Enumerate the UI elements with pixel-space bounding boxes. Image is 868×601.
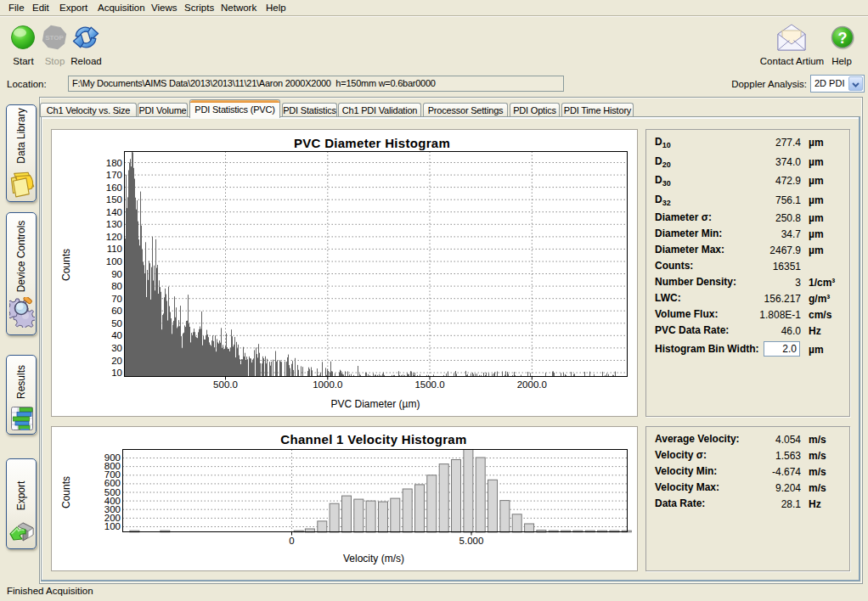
svg-text:60: 60 [111,306,122,316]
svg-text:90: 90 [111,269,122,279]
svg-text:80: 80 [111,281,122,291]
svg-text:0: 0 [289,536,294,546]
svg-text:40: 40 [111,330,122,340]
svg-text:110: 110 [107,244,122,254]
svg-text:Channel 1 Velocity Histogram: Channel 1 Velocity Histogram [280,432,466,447]
svg-text:?: ? [838,30,848,47]
svg-text:10: 10 [111,368,122,378]
svg-text:140: 140 [106,207,122,217]
svg-text:Counts: Counts [60,476,72,508]
svg-text:150: 150 [106,194,122,205]
svg-text:1000.0: 1000.0 [313,379,342,390]
svg-text:Velocity (m/s): Velocity (m/s) [343,553,404,564]
svg-text:5.000: 5.000 [459,536,484,546]
svg-text:20: 20 [111,356,122,366]
svg-text:Counts: Counts [60,249,72,281]
svg-text:500.0: 500.0 [213,379,238,390]
svg-text:130: 130 [106,219,122,229]
svg-text:STOP: STOP [45,34,64,42]
svg-text:PVC Diameter Histogram: PVC Diameter Histogram [294,136,450,150]
svg-text:30: 30 [111,343,122,353]
svg-text:120: 120 [106,232,122,242]
svg-text:70: 70 [111,294,122,304]
svg-text:50: 50 [111,318,122,329]
svg-text:180: 180 [106,158,122,168]
svg-text:2000.0: 2000.0 [517,379,547,390]
svg-text:1500.0: 1500.0 [414,379,444,390]
svg-text:160: 160 [106,183,122,193]
svg-text:900: 900 [104,452,121,463]
svg-text:170: 170 [106,170,122,180]
svg-text:PVC Diameter (µm): PVC Diameter (µm) [331,398,420,410]
svg-text:100: 100 [106,256,122,267]
